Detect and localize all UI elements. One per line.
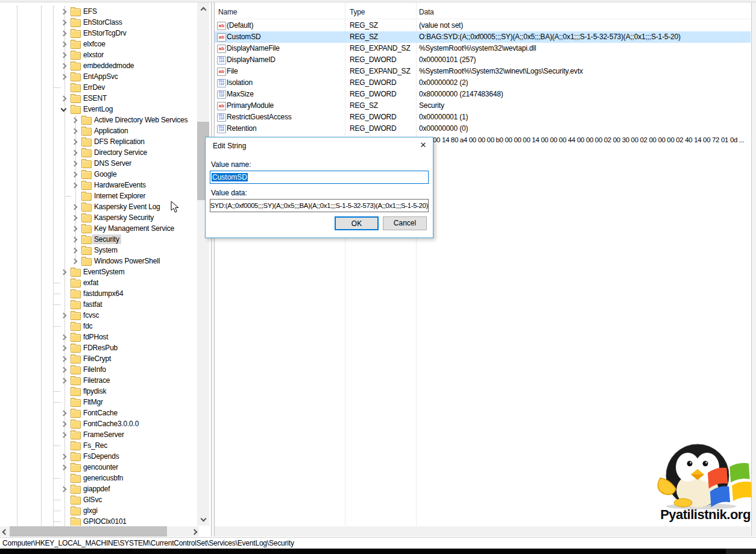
tree-item-application[interactable]: Application — [0, 125, 197, 136]
expand-icon[interactable] — [61, 454, 67, 460]
expand-icon[interactable] — [72, 237, 78, 243]
value-row-file[interactable]: abFileREG_EXPAND_SZ%SystemRoot%\System32… — [215, 66, 751, 77]
expand-icon[interactable] — [61, 63, 67, 69]
column-header-data[interactable]: Data — [419, 6, 434, 18]
expand-icon[interactable] — [61, 20, 67, 26]
scroll-up-icon[interactable] — [201, 7, 207, 13]
tree-item-embeddedmode[interactable]: embeddedmode — [0, 60, 197, 71]
tree-item-fileinfo[interactable]: FileInfo — [0, 364, 197, 375]
expand-icon[interactable] — [72, 172, 78, 178]
tree-item-elxfcoe[interactable]: elxfcoe — [0, 39, 197, 49]
tree-item-fs-rec[interactable]: Fs_Rec — [0, 440, 197, 451]
tree-item-flpydisk[interactable]: flpydisk — [0, 386, 197, 397]
tree-item-kaspersky-security[interactable]: Kaspersky Security — [0, 212, 197, 223]
tree-item-fdphost[interactable]: fdPHost — [0, 332, 197, 342]
expand-icon[interactable] — [72, 150, 78, 156]
tree-horizontal-scrollbar[interactable] — [0, 526, 199, 537]
expand-icon[interactable] — [61, 269, 67, 275]
tree-item-fdc[interactable]: fdc — [0, 321, 197, 332]
tree-item-eventsystem[interactable]: EventSystem — [0, 266, 197, 277]
expand-icon[interactable] — [72, 128, 78, 134]
tree-item-errdev[interactable]: ErrDev — [0, 82, 197, 93]
tree-item-fastfat[interactable]: fastfat — [0, 299, 197, 310]
expand-icon[interactable] — [72, 215, 78, 221]
expand-icon[interactable] — [61, 345, 67, 351]
column-header-type[interactable]: Type — [350, 6, 365, 18]
tree-item-security[interactable]: Security — [0, 234, 197, 245]
tree-item-filetrace[interactable]: Filetrace — [0, 375, 197, 386]
tree-item-eventlog[interactable]: EventLog — [0, 104, 197, 115]
value-name-input[interactable]: CustomSD — [210, 171, 429, 184]
tree-item-esent[interactable]: ESENT — [0, 93, 197, 104]
tree-item-entappsvc[interactable]: EntAppSvc — [0, 71, 197, 82]
tree-item-dns-server[interactable]: DNS Server — [0, 158, 197, 169]
value-row-isolation[interactable]: 011110IsolationREG_DWORD0x00000002 (2) — [215, 77, 751, 89]
expand-icon[interactable] — [61, 313, 67, 319]
expand-icon[interactable] — [72, 226, 78, 232]
expand-icon[interactable] — [61, 335, 67, 341]
expand-icon[interactable] — [61, 411, 67, 417]
tree-item-directory-service[interactable]: Directory Service — [0, 147, 197, 158]
expand-icon[interactable] — [61, 31, 67, 37]
tree-item-exfat[interactable]: exfat — [0, 277, 197, 288]
tree-vertical-scrollbar[interactable] — [197, 2, 209, 526]
close-icon[interactable]: ✕ — [419, 141, 427, 150]
tree-item-gencounter[interactable]: gencounter — [0, 462, 197, 473]
tree-item-fastdumpx64[interactable]: fastdumpx64 — [0, 288, 197, 299]
tree-item-glxgi[interactable]: glxgi — [0, 505, 197, 516]
expand-icon[interactable] — [61, 9, 67, 15]
tree-item-active-directory-web-services[interactable]: Active Directory Web Services — [0, 115, 197, 125]
scroll-right-icon[interactable] — [192, 529, 198, 535]
tree-item-system[interactable]: System — [0, 245, 197, 256]
tree-item-fontcache[interactable]: FontCache — [0, 408, 197, 418]
expand-icon[interactable] — [61, 52, 67, 58]
value-row-restrictguestaccess[interactable]: 011110RestrictGuestAccessREG_DWORD0x0000… — [215, 112, 751, 123]
tree-item-internet-explorer[interactable]: Internet Explorer — [0, 190, 197, 201]
value-row-primarymodule[interactable]: abPrimaryModuleREG_SZSecurity — [215, 100, 751, 112]
expand-icon[interactable] — [72, 161, 78, 167]
collapse-icon[interactable] — [61, 106, 67, 112]
tree-item-fsdepends[interactable]: FsDepends — [0, 451, 197, 462]
expand-icon[interactable] — [61, 378, 67, 384]
tree-item-key-management-service[interactable]: Key Management Service — [0, 223, 197, 234]
value-row-maxsize[interactable]: 011110MaxSizeREG_DWORD0x80000000 (214748… — [215, 89, 751, 100]
tree-item-fcvsc[interactable]: fcvsc — [0, 310, 197, 321]
expand-icon[interactable] — [61, 74, 67, 80]
tree-item-dfs-replication[interactable]: DFS Replication — [0, 136, 197, 147]
expand-icon[interactable] — [72, 204, 78, 210]
tree-item-filecrypt[interactable]: FileCrypt — [0, 353, 197, 364]
expand-icon[interactable] — [61, 465, 67, 471]
expand-icon[interactable] — [72, 118, 78, 124]
value-data-input[interactable]: O:BAG:SYD:(A;;0xf0005;;;SY)(A;;0x5;;;BA)… — [210, 199, 429, 212]
tree-hscroll-thumb[interactable] — [10, 526, 167, 537]
tree-item-gpioclx0101[interactable]: GPIOClx0101 — [0, 516, 197, 526]
expand-icon[interactable] — [72, 248, 78, 254]
tree-item-windows-powershell[interactable]: Windows PowerShell — [0, 256, 197, 266]
tree-item-ehstorclass[interactable]: EhStorClass — [0, 17, 197, 28]
expand-icon[interactable] — [61, 367, 67, 373]
tree-item-efs[interactable]: EFS — [0, 6, 197, 17]
tree-item-hardwareevents[interactable]: HardwareEvents — [0, 180, 197, 190]
expand-icon[interactable] — [61, 356, 67, 362]
expand-icon[interactable] — [61, 96, 67, 102]
value-row-customsd[interactable]: abCustomSDREG_SZO:BAG:SYD:(A;;0xf0005;;;… — [215, 31, 751, 43]
tree-item-ehstortcgdrv[interactable]: EhStorTcgDrv — [0, 28, 197, 39]
tree-item-fdrespub[interactable]: FDResPub — [0, 342, 197, 353]
value-row--default-[interactable]: ab(Default)REG_SZ(value not set) — [215, 20, 751, 31]
tree-item-elxstor[interactable]: elxstor — [0, 49, 197, 60]
tree-item-glsvc[interactable]: GlSvc — [0, 494, 197, 505]
scroll-left-icon[interactable] — [2, 529, 8, 535]
expand-icon[interactable] — [61, 486, 67, 493]
column-header-name[interactable]: Name — [218, 6, 237, 18]
expand-icon[interactable] — [72, 183, 78, 189]
expand-icon[interactable] — [61, 432, 67, 438]
expand-icon[interactable] — [61, 421, 67, 427]
scroll-down-icon[interactable] — [201, 516, 207, 522]
tree-item-fontcache3-0-0-0[interactable]: FontCache3.0.0.0 — [0, 418, 197, 429]
value-row-displaynamefile[interactable]: abDisplayNameFileREG_EXPAND_SZ%SystemRoo… — [215, 43, 751, 54]
tree-item-kaspersky-event-log[interactable]: Kaspersky Event Log — [0, 201, 197, 212]
tree-item-giappdef[interactable]: giappdef — [0, 483, 197, 494]
cancel-button[interactable]: Cancel — [383, 216, 427, 230]
tree-item-frameserver[interactable]: FrameServer — [0, 429, 197, 440]
tree-item-fltmgr[interactable]: FltMgr — [0, 397, 197, 408]
